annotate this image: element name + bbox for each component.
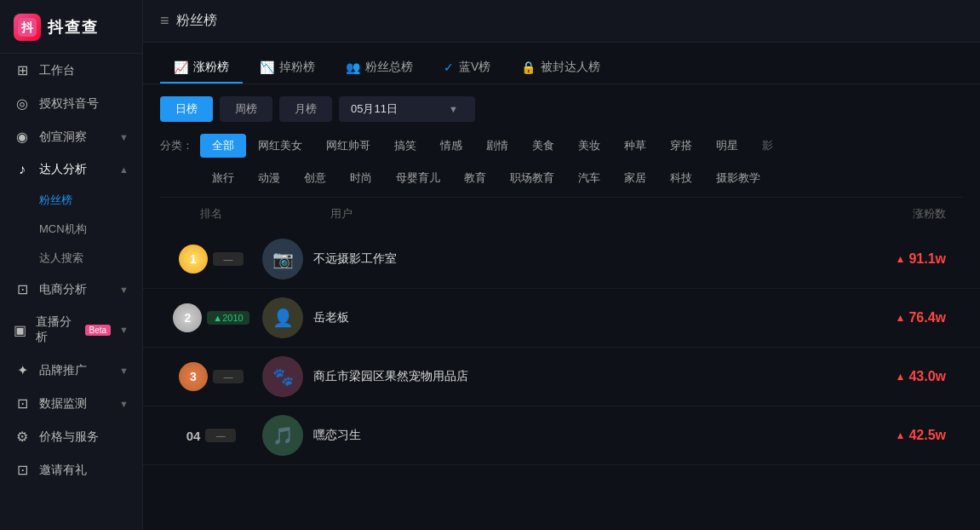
topbar: ≡ 粉丝榜 xyxy=(143,0,980,43)
daily-btn[interactable]: 日榜 xyxy=(160,96,213,122)
category-travel[interactable]: 旅行 xyxy=(200,166,246,190)
workspace-icon: ⊞ xyxy=(14,62,31,78)
monthly-btn[interactable]: 月榜 xyxy=(279,96,332,122)
auth-icon: ◎ xyxy=(14,95,31,112)
rank-cell-1: 1 — xyxy=(160,245,262,274)
menu-icon: ≡ xyxy=(160,12,169,30)
fans-up-arrow-1: ▲ xyxy=(896,253,906,265)
talent-chevron: ▲ xyxy=(119,164,129,175)
fans-down-icon: 📉 xyxy=(260,60,274,74)
date-chevron: ▼ xyxy=(449,104,458,114)
category-creative[interactable]: 创意 xyxy=(292,166,338,190)
content-area: 📈 涨粉榜 📉 掉粉榜 👥 粉丝总榜 ✓ 蓝V榜 🔒 被封达人榜 日榜 xyxy=(143,43,980,530)
category-photo[interactable]: 摄影教学 xyxy=(704,166,772,190)
fans-up-icon: 📈 xyxy=(174,60,188,74)
category-emotion[interactable]: 情感 xyxy=(428,134,474,158)
logo-text: 抖查查 xyxy=(48,17,99,37)
monitor-icon: ⊡ xyxy=(14,395,31,412)
sidebar-item-brand[interactable]: ✦ 品牌推广 ▼ xyxy=(0,354,142,387)
category-grass[interactable]: 种草 xyxy=(612,134,658,158)
table-row[interactable]: 1 — 📷 不远摄影工作室 ▲ 91.1w xyxy=(143,230,980,289)
user-cell-3: 🐾 商丘市梁园区果然宠物用品店 xyxy=(262,356,827,397)
category-education[interactable]: 教育 xyxy=(452,166,498,190)
table-row[interactable]: 3 — 🐾 商丘市梁园区果然宠物用品店 ▲ 43.0w xyxy=(143,348,980,406)
fans-cell-3: ▲ 43.0w xyxy=(827,369,963,384)
username-4: 嘿恋习生 xyxy=(313,428,361,443)
sidebar-item-workspace[interactable]: ⊞ 工作台 xyxy=(0,54,142,87)
page-title: 粉丝榜 xyxy=(176,12,217,30)
sidebar-item-monitor[interactable]: ⊡ 数据监测 ▼ xyxy=(0,387,142,420)
sidebar-item-talent-search[interactable]: 达人搜索 xyxy=(0,244,142,273)
category-home[interactable]: 家居 xyxy=(612,166,658,190)
rank-tag-2: ▲2010 xyxy=(207,311,249,325)
category-anime[interactable]: 动漫 xyxy=(246,166,292,190)
category-row: 分类： 全部 网红美女 网红帅哥 搞笑 情感 剧情 美食 美妆 种草 穿搭 明星… xyxy=(143,134,980,166)
tab-fans-up[interactable]: 📈 涨粉榜 xyxy=(160,53,243,84)
header-user: 用户 xyxy=(262,206,827,222)
category-tech[interactable]: 科技 xyxy=(658,166,704,190)
sidebar-item-ecommerce[interactable]: ⊡ 电商分析 ▼ xyxy=(0,273,142,306)
rank-tag-3: — xyxy=(213,370,244,383)
category-fashion[interactable]: 穿搭 xyxy=(658,134,704,158)
sidebar-item-fans-rank[interactable]: 粉丝榜 xyxy=(0,186,142,215)
sidebar-item-talent[interactable]: ♪ 达人分析 ▲ xyxy=(0,153,142,186)
user-cell-2: 👤 岳老板 xyxy=(262,297,827,338)
tab-blue-v[interactable]: ✓ 蓝V榜 xyxy=(430,53,504,84)
fans-cell-2: ▲ 76.4w xyxy=(827,310,963,325)
fans-up-arrow-2: ▲ xyxy=(896,312,906,324)
sidebar-item-invite[interactable]: ⊡ 邀请有礼 xyxy=(0,453,142,487)
tab-fans-total[interactable]: 👥 粉丝总榜 xyxy=(332,53,427,84)
fans-cell-4: ▲ 42.5w xyxy=(827,428,963,443)
filter-row: 日榜 周榜 月榜 05月11日 ▼ xyxy=(143,84,980,134)
sidebar: 抖 抖查查 ⊞ 工作台 ◎ 授权抖音号 ◉ 创宣洞察 ▼ ♪ 达人分析 ▲ 粉丝… xyxy=(0,0,143,530)
fans-up-arrow-3: ▲ xyxy=(896,371,906,383)
category-celeb[interactable]: 明星 xyxy=(704,134,750,158)
category-style[interactable]: 时尚 xyxy=(338,166,384,190)
rank-tag-4: — xyxy=(205,429,236,442)
live-icon: ▣ xyxy=(14,322,27,338)
sidebar-item-price[interactable]: ⚙ 价格与服务 xyxy=(0,420,142,453)
table-header: 排名 用户 涨粉数 xyxy=(143,198,980,230)
weekly-btn[interactable]: 周榜 xyxy=(220,96,272,122)
avatar-2: 👤 xyxy=(262,297,303,338)
category-food[interactable]: 美食 xyxy=(520,134,566,158)
sidebar-item-auth[interactable]: ◎ 授权抖音号 xyxy=(0,87,142,120)
header-fans: 涨粉数 xyxy=(827,206,963,222)
category-beauty-girl[interactable]: 网红美女 xyxy=(246,134,314,158)
category-row-2: 分类： 旅行 动漫 创意 时尚 母婴育儿 教育 职场教育 汽车 家居 科技 摄影… xyxy=(143,166,980,197)
header-rank: 排名 xyxy=(160,206,262,222)
category-funny[interactable]: 搞笑 xyxy=(382,134,428,158)
live-chevron: ▼ xyxy=(119,325,129,335)
avatar-4: 🎵 xyxy=(262,415,303,456)
sidebar-item-live[interactable]: ▣ 直播分析 Beta ▼ xyxy=(0,306,142,354)
main-content: ≡ 粉丝榜 📈 涨粉榜 📉 掉粉榜 👥 粉丝总榜 ✓ 蓝V榜 🔒 xyxy=(143,0,980,530)
category-car[interactable]: 汽车 xyxy=(566,166,612,190)
rank-cell-2: 2 ▲2010 xyxy=(160,303,262,332)
username-1: 不远摄影工作室 xyxy=(313,251,397,267)
monitor-chevron: ▼ xyxy=(119,399,129,409)
sidebar-item-chuang[interactable]: ◉ 创宣洞察 ▼ xyxy=(0,120,142,153)
fans-up-arrow-4: ▲ xyxy=(896,429,906,441)
category-drama[interactable]: 剧情 xyxy=(474,134,520,158)
tab-banned[interactable]: 🔒 被封达人榜 xyxy=(507,53,614,84)
username-2: 岳老板 xyxy=(313,310,349,325)
brand-chevron: ▼ xyxy=(119,366,129,376)
category-label: 分类： xyxy=(160,138,193,153)
brand-icon: ✦ xyxy=(14,362,31,378)
date-picker[interactable]: 05月11日 ▼ xyxy=(339,96,475,122)
user-cell-1: 📷 不远摄影工作室 xyxy=(262,239,827,279)
category-all[interactable]: 全部 xyxy=(200,134,246,158)
tab-fans-down[interactable]: 📉 掉粉榜 xyxy=(246,53,329,84)
category-makeup[interactable]: 美妆 xyxy=(566,134,612,158)
sidebar-item-mcn[interactable]: MCN机构 xyxy=(0,215,142,244)
rank-medal-3: 3 xyxy=(179,362,208,391)
avatar-1: 📷 xyxy=(262,239,303,279)
table-row[interactable]: 2 ▲2010 👤 岳老板 ▲ 76.4w xyxy=(143,289,980,348)
category-parenting[interactable]: 母婴育儿 xyxy=(384,166,452,190)
fans-total-icon: 👥 xyxy=(346,60,360,74)
category-workplace[interactable]: 职场教育 xyxy=(498,166,566,190)
user-cell-4: 🎵 嘿恋习生 xyxy=(262,415,827,456)
rank-medal-2: 2 xyxy=(173,303,202,332)
category-handsome-boy[interactable]: 网红帅哥 xyxy=(314,134,382,158)
table-row[interactable]: 04 — 🎵 嘿恋习生 ▲ 42.5w xyxy=(143,406,980,465)
